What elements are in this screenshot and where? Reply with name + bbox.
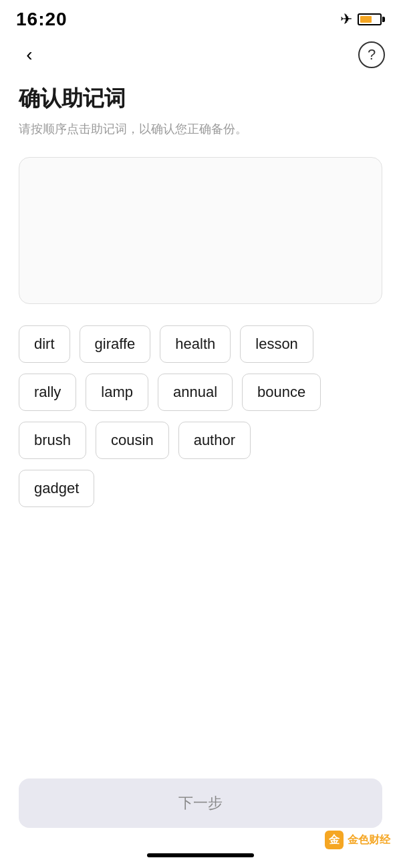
battery-body: [358, 13, 382, 25]
word-chip-health[interactable]: health: [160, 325, 231, 363]
battery-tip: [382, 17, 385, 22]
next-button[interactable]: 下一步: [19, 778, 382, 828]
status-bar: 16:20 ✈: [0, 0, 401, 36]
back-chevron-icon: ‹: [26, 44, 32, 65]
words-row-2: rally lamp annual bounce: [11, 374, 390, 411]
bottom-area: 下一步: [0, 778, 401, 828]
word-chip-lamp[interactable]: lamp: [86, 374, 148, 411]
help-button[interactable]: ?: [358, 41, 385, 68]
back-button[interactable]: ‹: [16, 41, 43, 68]
word-chip-giraffe[interactable]: giraffe: [80, 325, 151, 363]
watermark-text: 金色财经: [348, 833, 390, 847]
help-label: ?: [368, 46, 376, 63]
airplane-icon: ✈: [340, 11, 352, 28]
nav-bar: ‹ ?: [0, 36, 401, 79]
words-row-3: brush cousin author: [11, 422, 390, 459]
battery-icon: [358, 13, 385, 25]
word-chip-lesson[interactable]: lesson: [240, 325, 313, 363]
status-icons: ✈: [340, 11, 385, 28]
status-time: 16:20: [16, 9, 68, 30]
word-chip-bounce[interactable]: bounce: [242, 374, 321, 411]
word-chip-rally[interactable]: rally: [19, 374, 76, 411]
answer-box: [19, 157, 382, 304]
word-chip-brush[interactable]: brush: [19, 422, 86, 459]
word-chip-dirt[interactable]: dirt: [19, 325, 70, 363]
words-row-4: gadget: [11, 470, 390, 507]
home-indicator: [147, 853, 254, 857]
word-chip-annual[interactable]: annual: [158, 374, 233, 411]
battery-fill: [360, 16, 372, 23]
page-subtitle: 请按顺序点击助记词，以确认您正确备份。: [19, 120, 382, 138]
word-chip-author[interactable]: author: [178, 422, 251, 459]
word-chip-gadget[interactable]: gadget: [19, 470, 94, 507]
word-chip-cousin[interactable]: cousin: [96, 422, 169, 459]
page-content: 确认助记词 请按顺序点击助记词，以确认您正确备份。: [0, 79, 401, 304]
watermark: 金 金色财经: [325, 831, 390, 849]
words-row-1: dirt giraffe health lesson: [11, 325, 390, 363]
page-title: 确认助记词: [19, 84, 382, 114]
words-section: dirt giraffe health lesson rally lamp an…: [0, 325, 401, 507]
watermark-icon: 金: [325, 831, 344, 849]
